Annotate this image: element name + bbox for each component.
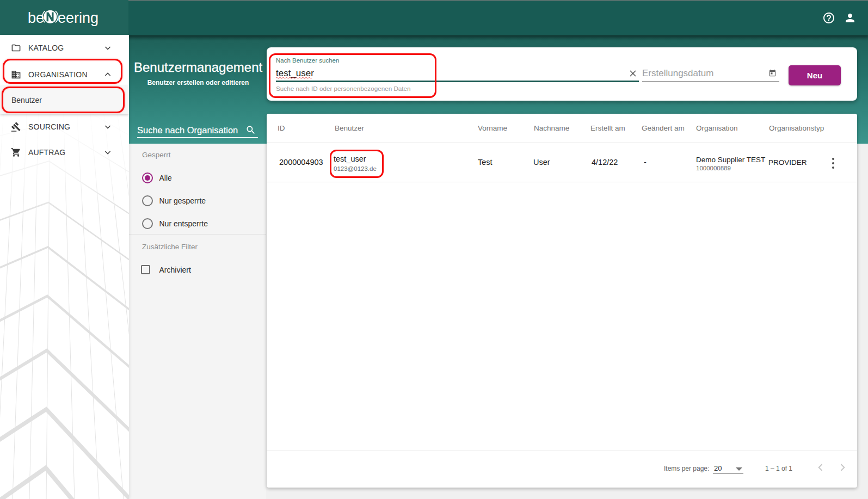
svg-text:be: be xyxy=(28,10,44,26)
svg-text:eering: eering xyxy=(58,10,99,26)
